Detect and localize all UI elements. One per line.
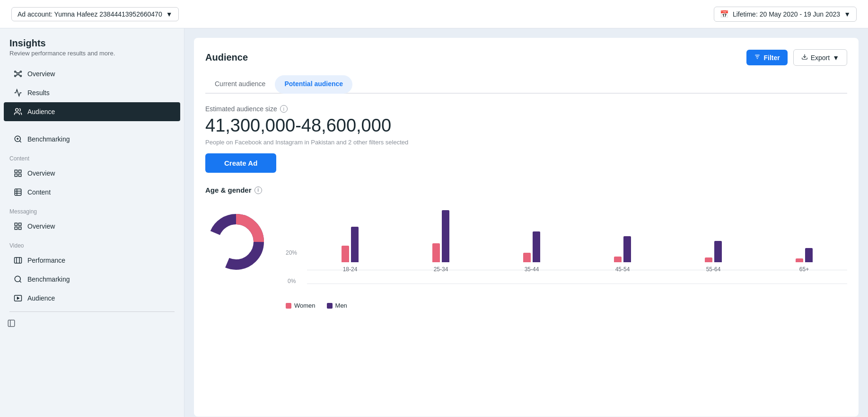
sidebar-item-label: Results	[27, 89, 50, 97]
date-range-selector[interactable]: 📅 Lifetime: 20 May 2020 - 19 Jun 2023 ▼	[714, 7, 857, 22]
svg-rect-26	[15, 257, 22, 263]
layout: Insights Review performance results and …	[0, 28, 868, 417]
svg-point-41	[219, 225, 253, 258]
content-overview-icon	[13, 169, 23, 178]
audience-icon	[13, 107, 23, 116]
bar-men-65plus	[805, 248, 813, 262]
donut-chart	[205, 211, 267, 273]
svg-point-9	[16, 108, 18, 111]
age-gender-section: Age & gender i	[205, 186, 847, 309]
sidebar-item-video-benchmarking[interactable]: Benchmarking	[4, 270, 180, 289]
chart-legend: Women Men	[286, 302, 847, 309]
svg-point-29	[15, 276, 20, 282]
svg-rect-33	[8, 320, 15, 327]
app-title: Insights	[9, 38, 175, 49]
results-icon	[13, 88, 23, 98]
bar-men-25-34	[442, 210, 449, 262]
svg-line-30	[19, 281, 21, 282]
main-content: Audience Filter Export ▼	[184, 28, 868, 417]
export-button[interactable]: Export ▼	[793, 49, 847, 66]
bar-men-18-24	[351, 227, 359, 262]
sidebar-item-label: Overview	[27, 169, 55, 177]
ad-account-selector[interactable]: Ad account: Yumna Hafeez 238444139526604…	[11, 7, 179, 21]
bar-women-65plus	[796, 258, 803, 262]
svg-line-7	[16, 75, 18, 76]
age-gender-title: Age & gender i	[205, 186, 847, 194]
audience-size-number: 41,300,000-48,600,000	[205, 115, 847, 136]
bar-label-25-34: 25-34	[434, 266, 448, 273]
create-ad-button[interactable]: Create Ad	[205, 153, 276, 173]
sidebar-collapse-button[interactable]	[4, 316, 19, 331]
legend-dot-men	[327, 303, 333, 309]
tab-potential-audience[interactable]: Potential audience	[275, 75, 352, 94]
sidebar-item-content-overview[interactable]: Overview	[4, 164, 180, 183]
bar-group-55-64: 55-64	[670, 196, 756, 273]
bar-group-35-44: 35-44	[489, 196, 575, 273]
sidebar-item-video-performance[interactable]: Performance	[4, 251, 180, 270]
svg-marker-32	[18, 297, 19, 300]
panel-actions: Filter Export ▼	[746, 49, 847, 66]
svg-rect-23	[19, 223, 21, 225]
ad-account-chevron: ▼	[166, 10, 173, 18]
sidebar: Insights Review performance results and …	[0, 28, 184, 417]
video-performance-icon	[13, 256, 23, 265]
sidebar-item-label: Performance	[27, 257, 65, 264]
bar-women-25-34	[432, 243, 440, 262]
legend-item-men: Men	[327, 302, 347, 309]
svg-point-3	[15, 75, 16, 77]
sidebar-header: Insights Review performance results and …	[0, 38, 184, 64]
date-range-label: Lifetime: 20 May 2020 - 19 Jun 2023	[733, 10, 840, 18]
sidebar-item-messaging-overview[interactable]: Overview	[4, 217, 180, 236]
svg-rect-24	[19, 227, 21, 230]
top-bar: Ad account: Yumna Hafeez 238444139526604…	[0, 0, 868, 28]
audience-size-section: Estimated audience size i 41,300,000-48,…	[205, 105, 847, 173]
svg-line-6	[19, 72, 20, 73]
benchmarking-label	[0, 121, 184, 130]
sidebar-item-label: Audience	[27, 294, 55, 302]
legend-dot-women	[286, 303, 291, 309]
video-benchmarking-icon	[13, 275, 23, 284]
video-audience-icon	[13, 293, 23, 303]
svg-point-4	[20, 75, 22, 77]
bar-group-65plus: 65+	[761, 196, 847, 273]
svg-point-2	[20, 71, 22, 72]
messaging-overview-icon	[13, 222, 23, 231]
svg-rect-15	[19, 170, 21, 172]
bar-men-55-64	[714, 241, 722, 262]
bar-women-35-44	[523, 253, 531, 262]
filter-button[interactable]: Filter	[746, 50, 787, 65]
sidebar-item-results[interactable]: Results	[4, 83, 180, 102]
content-icon	[13, 187, 23, 197]
content-section-label: Content	[0, 149, 184, 164]
sidebar-item-benchmarking[interactable]: Benchmarking	[4, 130, 180, 149]
donut-svg	[205, 211, 267, 273]
bar-women-55-64	[705, 257, 712, 262]
bar-group-18-24: 18-24	[307, 196, 393, 273]
sidebar-item-audience[interactable]: Audience	[4, 102, 180, 121]
svg-rect-22	[15, 223, 17, 225]
sidebar-item-content[interactable]: Content	[4, 183, 180, 202]
bar-label-65plus: 65+	[799, 266, 809, 273]
bar-women-18-24	[342, 246, 349, 262]
bar-label-18-24: 18-24	[343, 266, 358, 273]
sidebar-item-label: Benchmarking	[27, 135, 70, 143]
svg-line-8	[19, 75, 20, 76]
export-icon	[801, 53, 808, 62]
sidebar-item-video-audience[interactable]: Audience	[4, 289, 180, 308]
export-label: Export	[811, 54, 830, 62]
sidebar-item-label: Content	[27, 188, 51, 196]
legend-item-women: Women	[286, 302, 316, 309]
sidebar-item-overview[interactable]: Overview	[4, 64, 180, 83]
bar-label-35-44: 35-44	[525, 266, 539, 273]
svg-rect-17	[15, 174, 17, 177]
calendar-icon: 📅	[720, 10, 729, 18]
svg-rect-14	[15, 170, 17, 172]
svg-point-1	[15, 71, 16, 72]
panel-header: Audience Filter Export ▼	[205, 49, 847, 66]
bar-chart-container: 20% 0%	[286, 202, 847, 309]
legend-label-men: Men	[335, 302, 347, 309]
tab-current-audience[interactable]: Current audience	[205, 75, 275, 94]
hub-icon	[13, 69, 23, 79]
svg-line-11	[19, 141, 21, 142]
svg-rect-16	[19, 174, 21, 177]
